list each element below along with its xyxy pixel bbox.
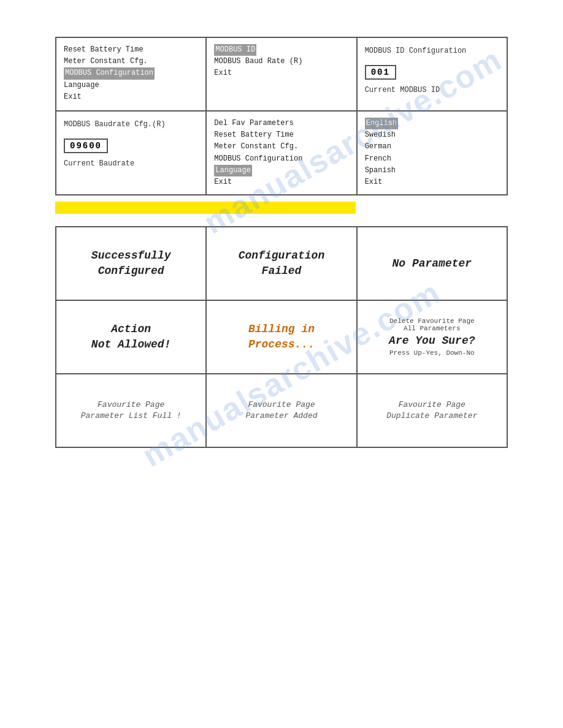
modbus-id-value: 001 bbox=[365, 65, 396, 80]
yellow-bar bbox=[55, 202, 356, 214]
lang-swedish: Swedish bbox=[365, 129, 499, 141]
lang-exit: Exit bbox=[365, 176, 499, 188]
status-param-added-text: Favourite PageParameter Added bbox=[245, 400, 317, 422]
status-action-text: ActionNot Allowed! bbox=[91, 322, 171, 352]
status-duplicate-panel: Favourite PageDuplicate Parameter bbox=[357, 374, 507, 447]
status-list-full-text: Favourite PageParameter List Full ! bbox=[81, 400, 182, 422]
menu-item-exit: Exit bbox=[64, 91, 198, 103]
menu-item-reset: Reset Battery Time bbox=[64, 44, 198, 56]
panel-menu-modbus: MODBUS ID MODBUS Baud Rate (R) Exit bbox=[206, 37, 356, 111]
menu-item-modbus: MODBUS Configuration bbox=[64, 67, 198, 79]
modbus-id-label: Current MODBUS ID bbox=[365, 86, 499, 94]
status-no-param-panel: No Parameter bbox=[357, 227, 507, 300]
modbus-baud-item: MODBUS Baud Rate (R) bbox=[214, 56, 348, 67]
status-failed-text: ConfigurationFailed bbox=[239, 248, 324, 279]
menu-item-language: Language bbox=[64, 80, 198, 91]
status-sure-panel: Delete Favourite PageAll Parameters Are … bbox=[357, 300, 507, 374]
lang-english: English bbox=[365, 118, 499, 129]
lang-menu-modbus: MODBUS Configuration bbox=[214, 153, 348, 165]
status-action-panel: ActionNot Allowed! bbox=[56, 300, 206, 374]
lang-menu-exit: Exit bbox=[214, 176, 348, 188]
status-billing-text: Billing inProcess... bbox=[248, 322, 315, 352]
lang-french: French bbox=[365, 153, 499, 165]
baudrate-value: 09600 bbox=[64, 138, 108, 153]
baudrate-config-title: MODBUS Baudrate Cfg.(R) bbox=[64, 120, 198, 129]
lang-german: German bbox=[365, 141, 499, 153]
lang-menu-language: Language bbox=[214, 165, 348, 176]
status-duplicate-text: Favourite PageDuplicate Parameter bbox=[386, 400, 477, 422]
lang-spanish: Spanish bbox=[365, 165, 499, 176]
main-wrapper: Reset Battery Time Meter Constant Cfg. M… bbox=[0, 0, 563, 485]
status-sure-bottom: Press Up-Yes, Down-No bbox=[389, 349, 475, 357]
status-billing-panel: Billing inProcess... bbox=[206, 300, 356, 374]
lang-menu-del-fav: Del Fav Parameters bbox=[214, 118, 348, 129]
baudrate-label: Current Baudrate bbox=[64, 159, 198, 168]
lang-menu-reset: Reset Battery Time bbox=[214, 129, 348, 141]
status-success-panel: SuccessfullyConfigured bbox=[56, 227, 206, 300]
panel-baudrate-config: MODBUS Baudrate Cfg.(R) 09600 Current Ba… bbox=[56, 111, 206, 195]
status-param-added-panel: Favourite PageParameter Added bbox=[206, 374, 356, 447]
panel-menu-language: Del Fav Parameters Reset Battery Time Me… bbox=[206, 111, 356, 195]
panel-language-select: English Swedish German French Spanish Ex… bbox=[357, 111, 507, 195]
panel-menu-main: Reset Battery Time Meter Constant Cfg. M… bbox=[56, 37, 206, 111]
modbus-exit-item: Exit bbox=[214, 67, 348, 79]
status-no-param-text: No Parameter bbox=[393, 256, 472, 271]
lang-menu-meter: Meter Constant Cfg. bbox=[214, 141, 348, 153]
modbus-id-item: MODBUS ID bbox=[214, 44, 348, 56]
panel-modbus-id-config: MODBUS ID Configuration 001 Current MODB… bbox=[357, 37, 507, 111]
status-sure-top: Delete Favourite PageAll Parameters bbox=[389, 317, 475, 332]
modbus-id-config-title: MODBUS ID Configuration bbox=[365, 47, 499, 55]
top-section: Reset Battery Time Meter Constant Cfg. M… bbox=[55, 37, 508, 195]
status-sure-main: Are You Sure? bbox=[389, 335, 475, 347]
bottom-section: SuccessfullyConfigured ConfigurationFail… bbox=[55, 226, 508, 448]
status-failed-panel: ConfigurationFailed bbox=[206, 227, 356, 300]
menu-item-meter: Meter Constant Cfg. bbox=[64, 56, 198, 67]
status-success-text: SuccessfullyConfigured bbox=[91, 248, 171, 279]
status-list-full-panel: Favourite PageParameter List Full ! bbox=[56, 374, 206, 447]
